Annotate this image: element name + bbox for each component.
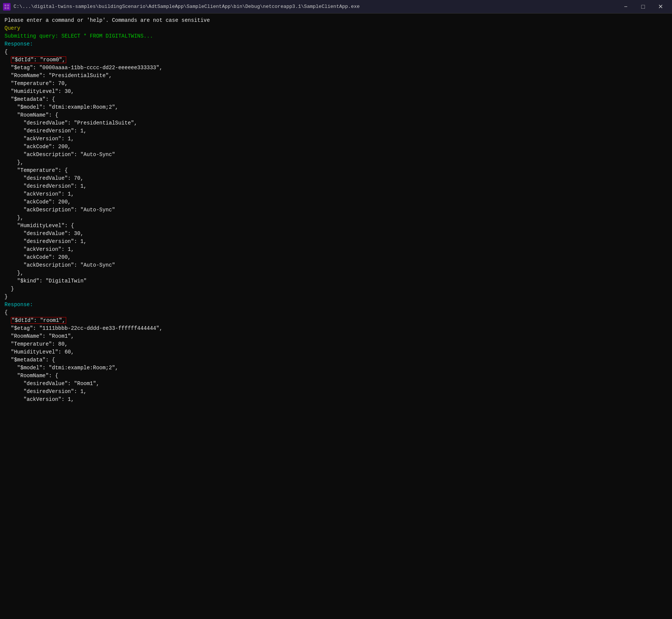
room1-model: "$model": "dtmi:example:Room;2",	[5, 364, 667, 372]
room1-ack-version: "ackVersion": 1,	[5, 396, 667, 404]
titlebar: C:\...\digital-twins-samples\buildingSce…	[0, 0, 672, 14]
room0-roomname-meta-open: "RoomName": {	[5, 111, 667, 119]
room1-dtid: "$dtId": "room1",	[5, 317, 667, 325]
svg-rect-3	[7, 7, 9, 9]
room0-ack-desc1: "ackDescription": "Auto-Sync"	[5, 151, 667, 159]
room0-humidity-meta-open: "HumidityLevel": {	[5, 222, 667, 230]
room0-metadata-close: }	[5, 285, 667, 293]
room0-humidity: "HumidityLevel": 30,	[5, 88, 667, 96]
room0-temperature: "Temperature": 70,	[5, 80, 667, 88]
room0-humidity-desired-value: "desiredValue": 30,	[5, 230, 667, 238]
room0-humidity-meta-close: },	[5, 269, 667, 277]
room1-dtid-highlighted: "$dtId": "room1",	[11, 317, 66, 324]
submitting-line: Submitting query: SELECT * FROM DIGITALT…	[5, 32, 667, 40]
room0-humidity-ack-version: "ackVersion": 1,	[5, 246, 667, 253]
room0-ack-version1: "ackVersion": 1,	[5, 135, 667, 143]
room0-desired-value1: "desiredValue": "PresidentialSuite",	[5, 119, 667, 127]
svg-rect-2	[5, 7, 6, 9]
room0-temp-meta-close: },	[5, 214, 667, 222]
room1-desired-version: "desiredVersion": 1,	[5, 388, 667, 396]
close-button[interactable]: ✕	[652, 0, 669, 14]
room1-desired-value: "desiredValue": "Room1",	[5, 380, 667, 388]
open-brace1: {	[5, 48, 667, 56]
window-title: C:\...\digital-twins-samples\buildingSce…	[14, 4, 617, 9]
room1-temperature: "Temperature": 80,	[5, 340, 667, 348]
maximize-button[interactable]: □	[634, 0, 652, 14]
svg-rect-1	[7, 5, 9, 6]
room0-close: }	[5, 293, 667, 301]
room0-humidity-ack-desc: "ackDescription": "Auto-Sync"	[5, 261, 667, 269]
room0-desired-version1: "desiredVersion": 1,	[5, 127, 667, 135]
terminal-output: Please enter a command or 'help'. Comman…	[0, 14, 672, 619]
room1-roomname: "RoomName": "Room1",	[5, 332, 667, 340]
room0-model: "$model": "dtmi:example:Room;2",	[5, 103, 667, 111]
room0-dtid-highlighted: "$dtId": "room0",	[11, 56, 66, 63]
room1-humidity: "HumidityLevel": 60,	[5, 348, 667, 356]
room0-ack-code1: "ackCode": 200,	[5, 143, 667, 151]
room0-humidity-desired-version: "desiredVersion": 1,	[5, 238, 667, 246]
room0-roomname: "RoomName": "PresidentialSuite",	[5, 72, 667, 80]
room1-etag: "$etag": "1111bbbb-22cc-dddd-ee33-ffffff…	[5, 325, 667, 332]
room0-metadata-open: "$metadata": {	[5, 96, 667, 103]
app-window: C:\...\digital-twins-samples\buildingSce…	[0, 0, 672, 619]
room0-dtid: "$dtId": "room0",	[5, 56, 667, 64]
app-icon	[3, 3, 11, 11]
room0-temp-desired-version: "desiredVersion": 1,	[5, 182, 667, 190]
prompt-line: Please enter a command or 'help'. Comman…	[5, 17, 667, 24]
room1-metadata-open: "$metadata": {	[5, 356, 667, 364]
room0-humidity-ack-code: "ackCode": 200,	[5, 253, 667, 261]
window-controls: − □ ✕	[617, 0, 669, 14]
room0-etag: "$etag": "0000aaaa-11bb-cccc-dd22-eeeeee…	[5, 64, 667, 72]
room0-temp-meta-open: "Temperature": {	[5, 167, 667, 174]
open-brace2: {	[5, 309, 667, 317]
room1-roomname-meta-open: "RoomName": {	[5, 372, 667, 380]
svg-rect-0	[5, 5, 6, 6]
room0-roomname-meta-close: },	[5, 159, 667, 167]
command-line: Query	[5, 24, 667, 32]
room0-temp-ack-desc: "ackDescription": "Auto-Sync"	[5, 206, 667, 214]
response2-label: Response:	[5, 301, 667, 309]
room0-temp-ack-code: "ackCode": 200,	[5, 198, 667, 206]
response1-label: Response:	[5, 40, 667, 48]
minimize-button[interactable]: −	[617, 0, 634, 14]
room0-temp-desired-value: "desiredValue": 70,	[5, 174, 667, 182]
room0-temp-ack-version: "ackVersion": 1,	[5, 190, 667, 198]
room0-kind: "$kind": "DigitalTwin"	[5, 277, 667, 285]
